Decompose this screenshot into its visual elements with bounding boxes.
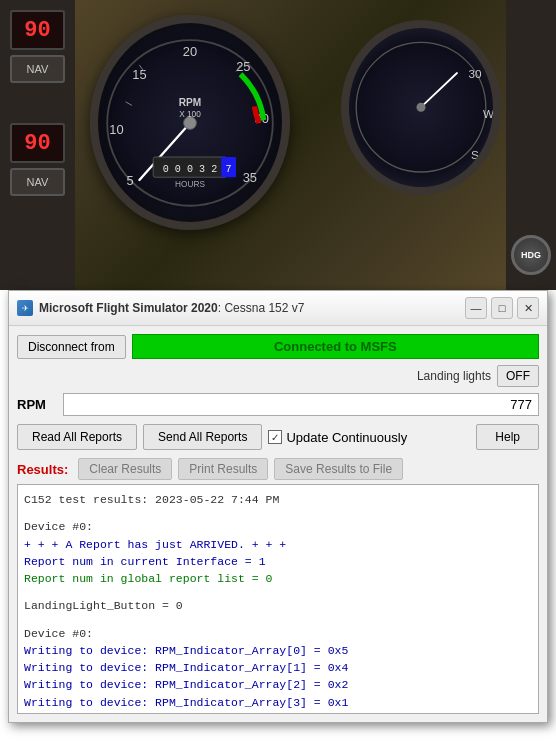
rpm-row: RPM bbox=[17, 393, 539, 416]
rpm-gauge-svg: 5 10 15 20 25 30 35 RPM X 100 bbox=[98, 23, 282, 222]
update-checkbox[interactable]: ✓ bbox=[268, 430, 282, 444]
left-instrument-panel: 90 NAV 90 NAV bbox=[0, 0, 75, 290]
results-line: Report num in global report list = 0 bbox=[24, 570, 532, 587]
right-panel: HDG bbox=[506, 0, 556, 290]
svg-line-24 bbox=[421, 73, 457, 107]
cockpit-background: 90 NAV 90 NAV 5 10 15 20 25 30 35 bbox=[0, 0, 556, 290]
svg-text:S: S bbox=[471, 148, 479, 161]
svg-text:30: 30 bbox=[468, 67, 482, 80]
svg-text:10: 10 bbox=[109, 122, 123, 137]
results-line: Writing to device: RPM_Indicator_Array[3… bbox=[24, 694, 532, 711]
help-button[interactable]: Help bbox=[476, 424, 539, 450]
svg-text:X 100: X 100 bbox=[179, 110, 201, 119]
results-line: Writing to device: RPM_Indicator_Array[2… bbox=[24, 676, 532, 693]
results-heading: Results: bbox=[17, 462, 68, 477]
results-line: + + + A Report has just ARRIVED. + + + bbox=[24, 536, 532, 553]
svg-text:7: 7 bbox=[226, 164, 232, 175]
svg-text:35: 35 bbox=[243, 170, 257, 185]
minimize-button[interactable]: — bbox=[465, 297, 487, 319]
print-results-button[interactable]: Print Results bbox=[178, 458, 268, 480]
results-line: Writing to device: RPM_Indicator_Array[0… bbox=[24, 642, 532, 659]
results-line bbox=[24, 587, 532, 597]
read-reports-button[interactable]: Read All Reports bbox=[17, 424, 137, 450]
instrument-display-1: 90 bbox=[10, 10, 65, 50]
title-bar-left: ✈ Microsoft Flight Simulator 2020: Cessn… bbox=[17, 300, 304, 316]
lights-toggle-button[interactable]: OFF bbox=[497, 365, 539, 387]
results-area[interactable]: C152 test results: 2023-05-22 7:44 PM De… bbox=[17, 484, 539, 714]
results-line bbox=[24, 508, 532, 518]
results-line: LandingLight_Button = 0 bbox=[24, 597, 532, 614]
hdg-knob[interactable]: HDG bbox=[511, 235, 551, 275]
connection-status: Connected to MSFS bbox=[132, 334, 539, 359]
svg-text:0 0 0 3 2: 0 0 0 3 2 bbox=[163, 164, 218, 175]
window-title: Microsoft Flight Simulator 2020: Cessna … bbox=[39, 301, 304, 315]
app-icon-symbol: ✈ bbox=[22, 304, 29, 313]
dialog-window: ✈ Microsoft Flight Simulator 2020: Cessn… bbox=[8, 290, 548, 723]
update-label: Update Continuously bbox=[286, 430, 407, 445]
svg-text:5: 5 bbox=[127, 173, 134, 188]
send-reports-button[interactable]: Send All Reports bbox=[143, 424, 262, 450]
rpm-gauge: 5 10 15 20 25 30 35 RPM X 100 bbox=[90, 15, 290, 235]
svg-text:15: 15 bbox=[132, 67, 146, 82]
svg-text:25: 25 bbox=[236, 59, 250, 74]
secondary-gauge-svg: 30 W S bbox=[349, 28, 493, 186]
nav-button-1[interactable]: NAV bbox=[10, 55, 65, 83]
lights-row: Landing lights OFF bbox=[17, 365, 539, 387]
svg-point-25 bbox=[417, 103, 426, 112]
results-header-row: Results: Clear Results Print Results Sav… bbox=[17, 458, 539, 480]
results-line: Successfully wrote to device bbox=[24, 711, 532, 714]
nav-button-2[interactable]: NAV bbox=[10, 168, 65, 196]
rpm-label: RPM bbox=[17, 397, 57, 412]
svg-text:W: W bbox=[483, 107, 493, 120]
lights-label: Landing lights bbox=[417, 369, 491, 383]
svg-text:RPM: RPM bbox=[179, 97, 201, 108]
svg-line-18 bbox=[126, 102, 132, 106]
app-subtitle: Cessna 152 v7 bbox=[221, 301, 304, 315]
results-line: C152 test results: 2023-05-22 7:44 PM bbox=[24, 491, 532, 508]
close-button[interactable]: ✕ bbox=[517, 297, 539, 319]
secondary-gauge: 30 W S bbox=[341, 20, 501, 195]
app-icon: ✈ bbox=[17, 300, 33, 316]
results-line bbox=[24, 615, 532, 625]
title-bar[interactable]: ✈ Microsoft Flight Simulator 2020: Cessn… bbox=[9, 291, 547, 326]
results-line: Device #0: bbox=[24, 625, 532, 642]
actions-row: Read All Reports Send All Reports ✓ Upda… bbox=[17, 424, 539, 450]
dialog-content: Disconnect from Connected to MSFS Landin… bbox=[9, 326, 547, 722]
svg-text:20: 20 bbox=[183, 44, 197, 59]
svg-text:HOURS: HOURS bbox=[175, 180, 205, 189]
results-line: Device #0: bbox=[24, 518, 532, 535]
results-line: Report num in current Interface = 1 bbox=[24, 553, 532, 570]
instrument-display-2: 90 bbox=[10, 123, 65, 163]
connect-row: Disconnect from Connected to MSFS bbox=[17, 334, 539, 359]
results-line: Writing to device: RPM_Indicator_Array[1… bbox=[24, 659, 532, 676]
app-name-label: Microsoft Flight Simulator 2020 bbox=[39, 301, 218, 315]
disconnect-button[interactable]: Disconnect from bbox=[17, 335, 126, 359]
save-results-button[interactable]: Save Results to File bbox=[274, 458, 403, 480]
clear-results-button[interactable]: Clear Results bbox=[78, 458, 172, 480]
title-bar-controls: — □ ✕ bbox=[465, 297, 539, 319]
update-continuously-row[interactable]: ✓ Update Continuously bbox=[268, 430, 470, 445]
maximize-button[interactable]: □ bbox=[491, 297, 513, 319]
rpm-input[interactable] bbox=[63, 393, 539, 416]
